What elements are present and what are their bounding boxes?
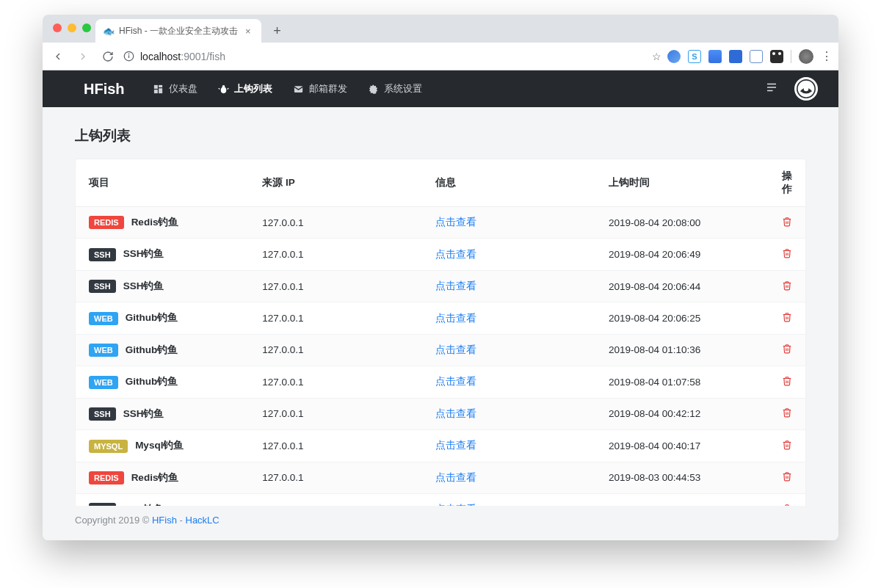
user-avatar[interactable]: [794, 77, 818, 101]
project-name: SSH钓鱼: [123, 408, 164, 419]
tab-strip: 🐟 HFish - 一款企业安全主动攻击 × +: [43, 15, 838, 43]
cell-action: [769, 462, 805, 493]
browser-tab[interactable]: 🐟 HFish - 一款企业安全主动攻击 ×: [95, 19, 261, 43]
back-button[interactable]: [48, 47, 68, 66]
cell-action: [769, 398, 805, 429]
cell-action: [769, 493, 805, 506]
app-header: HFish 仪表盘上钩列表邮箱群发系统设置: [43, 70, 838, 107]
nav-label: 上钩列表: [234, 82, 272, 95]
cell-time: 2019-08-04 20:06:49: [595, 239, 769, 270]
cell-action: [769, 302, 805, 334]
svg-point-2: [128, 54, 129, 54]
window-close-button[interactable]: [53, 23, 62, 32]
cell-action: [769, 270, 805, 302]
list-menu-icon[interactable]: [765, 81, 778, 97]
trash-icon[interactable]: [782, 250, 792, 261]
view-link[interactable]: 点击查看: [435, 249, 476, 260]
star-icon[interactable]: ☆: [652, 51, 661, 62]
forward-button[interactable]: [73, 47, 93, 66]
view-link[interactable]: 点击查看: [435, 313, 476, 324]
trash-icon[interactable]: [782, 345, 792, 356]
extension-icon[interactable]: [708, 50, 722, 63]
extension-icon[interactable]: S: [688, 50, 701, 63]
cell-action: [769, 239, 805, 270]
project-name: Mysql钓鱼: [135, 440, 184, 451]
table-panel: 项目 来源 IP 信息 上钩时间 操作 REDISRedis钓鱼127.0.0.…: [75, 159, 806, 506]
cell-ip: 127.0.0.1: [249, 207, 422, 239]
badge-web: WEB: [89, 312, 118, 325]
copyright-text: Copyright 2019 ©: [75, 515, 152, 526]
cell-time: 2019-08-04 20:06:25: [595, 302, 769, 334]
cell-time: 2019-08-04 01:07:58: [595, 366, 769, 398]
window-maximize-button[interactable]: [82, 23, 91, 32]
view-link[interactable]: 点击查看: [435, 472, 476, 483]
cell-ip: 127.0.0.1: [249, 366, 422, 398]
tab-close-button[interactable]: ×: [242, 26, 254, 37]
svg-point-17: [804, 87, 809, 92]
trash-icon[interactable]: [782, 282, 792, 293]
nav-item-dashboard[interactable]: 仪表盘: [153, 82, 197, 95]
cell-project: SSHSSH钓鱼: [76, 239, 249, 270]
trash-icon[interactable]: [782, 218, 792, 229]
nav-label: 仪表盘: [169, 82, 197, 95]
extension-icon[interactable]: [750, 50, 763, 63]
badge-ssh: SSH: [89, 248, 116, 261]
svg-line-9: [218, 88, 220, 89]
cell-time: 2019-08-02 23:53:27: [595, 493, 769, 506]
view-link[interactable]: 点击查看: [435, 344, 476, 355]
col-project: 项目: [76, 159, 249, 207]
cell-project: WEBGithub钓鱼: [76, 334, 249, 366]
trash-icon[interactable]: [782, 409, 792, 420]
brand[interactable]: HFish: [84, 81, 125, 98]
project-name: SSH钓鱼: [123, 280, 164, 291]
nav-label: 系统设置: [384, 82, 422, 95]
project-name: SSH钓鱼: [123, 248, 164, 259]
bug-icon: [218, 84, 229, 95]
footer-link-hacklc[interactable]: HackLC: [186, 515, 220, 526]
table-row: WEBGithub钓鱼127.0.0.1点击查看2019-08-04 01:10…: [76, 334, 805, 366]
gear-icon: [368, 84, 379, 95]
view-link[interactable]: 点击查看: [435, 440, 476, 451]
new-tab-button[interactable]: +: [267, 21, 288, 41]
view-link[interactable]: 点击查看: [435, 408, 476, 419]
view-link[interactable]: 点击查看: [435, 376, 476, 387]
badge-mysql: MYSQL: [89, 440, 128, 453]
table-row: SSHSSH钓鱼127.0.0.1点击查看2019-08-04 20:06:49: [76, 239, 805, 270]
svg-point-7: [220, 87, 226, 93]
cell-time: 2019-08-04 01:10:36: [595, 334, 769, 366]
cell-info: 点击查看: [422, 430, 595, 462]
table-row: SSHSSH钓鱼127.0.0.1点击查看2019-08-02 23:53:27: [76, 493, 805, 506]
cell-project: SSHSSH钓鱼: [76, 398, 249, 429]
extension-icon[interactable]: [770, 50, 783, 63]
extension-icon[interactable]: [729, 50, 742, 63]
table-header-row: 项目 来源 IP 信息 上钩时间 操作: [76, 159, 805, 207]
trash-icon[interactable]: [782, 377, 792, 388]
footer-link-hfish[interactable]: HFish: [152, 515, 177, 526]
cell-info: 点击查看: [422, 239, 595, 270]
cell-ip: 127.0.0.1: [249, 430, 422, 462]
nav-item-mail[interactable]: 邮箱群发: [293, 82, 347, 95]
view-link[interactable]: 点击查看: [435, 217, 476, 228]
favicon-icon: 🐟: [103, 26, 115, 37]
project-name: Redis钓鱼: [131, 472, 179, 483]
view-link[interactable]: 点击查看: [435, 280, 476, 291]
address-bar[interactable]: localhost :9001/fish: [123, 51, 646, 62]
nav-item-gear[interactable]: 系统设置: [368, 82, 422, 95]
url-path: :9001/fish: [181, 51, 225, 62]
reload-button[interactable]: [98, 47, 117, 66]
profile-avatar[interactable]: [799, 49, 813, 64]
badge-ssh: SSH: [89, 407, 116, 421]
extension-icon[interactable]: [667, 50, 681, 63]
trash-icon[interactable]: [782, 441, 792, 452]
cell-action: [769, 430, 805, 462]
cell-info: 点击查看: [422, 398, 595, 429]
url-host: localhost: [140, 51, 181, 62]
trash-icon[interactable]: [782, 313, 792, 324]
kebab-menu-icon[interactable]: ⋮: [821, 49, 833, 63]
window-minimize-button[interactable]: [68, 23, 76, 32]
badge-redis: REDIS: [89, 216, 124, 229]
site-info-icon[interactable]: [123, 51, 134, 62]
trash-icon[interactable]: [782, 473, 792, 484]
nav-item-bug[interactable]: 上钩列表: [218, 82, 272, 95]
cell-info: 点击查看: [422, 207, 595, 239]
